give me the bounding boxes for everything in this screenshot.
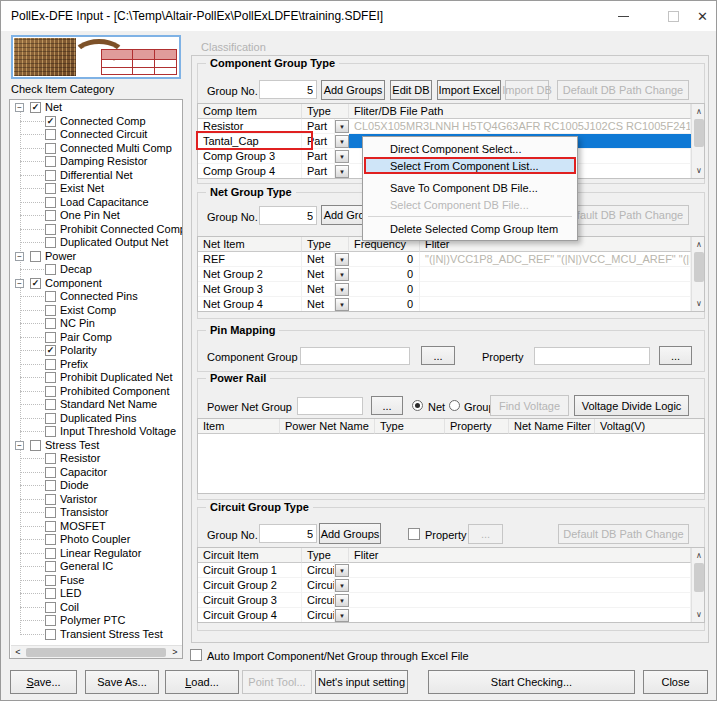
pin-property-field[interactable] <box>534 347 650 365</box>
tree-checkbox[interactable] <box>45 170 56 181</box>
tree-checkbox[interactable] <box>45 507 56 518</box>
circuit-cell-filter[interactable] <box>349 578 691 593</box>
comp-cell-item[interactable]: Comp Group 3 <box>198 149 302 164</box>
net-cell-filter[interactable] <box>420 297 691 312</box>
tree-item[interactable]: Load Capacitance <box>11 196 182 210</box>
tree-item[interactable]: Exist Net <box>11 182 182 196</box>
dropdown-arrow-icon[interactable]: ▼ <box>335 298 349 311</box>
tree-checkbox[interactable] <box>45 467 56 478</box>
tree-checkbox[interactable] <box>45 386 56 397</box>
tree-checkbox[interactable]: ✓ <box>45 116 56 127</box>
circuit-property-checkbox[interactable] <box>408 528 420 540</box>
tree-checkbox[interactable] <box>45 305 56 316</box>
tree-checkbox[interactable] <box>45 143 56 154</box>
comp-table-scrollbar[interactable]: ∧ ∨ <box>691 104 705 178</box>
net-cell-filter[interactable] <box>420 267 691 282</box>
tree-checkbox[interactable] <box>45 197 56 208</box>
tree-item-component[interactable]: −✓Component <box>11 277 182 291</box>
dropdown-arrow-icon[interactable]: ▼ <box>335 120 349 133</box>
pin-component-group-browse-button[interactable]: ... <box>421 346 455 365</box>
scrollbar-thumb[interactable] <box>694 119 704 147</box>
tree-checkbox[interactable] <box>45 359 56 370</box>
tree-item[interactable]: Resistor <box>11 452 182 466</box>
net-cell-frequency[interactable]: 0 <box>349 282 420 297</box>
maximize-button[interactable] <box>658 1 688 31</box>
nets-input-setting-button[interactable]: Net's input setting <box>315 670 408 694</box>
circuit-cell-filter[interactable] <box>349 563 691 578</box>
power-net-group-browse-button[interactable]: ... <box>371 396 403 415</box>
auto-import-checkbox[interactable] <box>190 649 202 661</box>
net-cell-type[interactable]: Net <box>302 252 335 267</box>
scroll-down-icon[interactable]: ∨ <box>692 296 705 311</box>
tree-checkbox[interactable] <box>45 480 56 491</box>
tree-item[interactable]: NC Pin <box>11 317 182 331</box>
net-table-scrollbar[interactable]: ∧ ∨ <box>691 237 705 311</box>
tree-item-stress-test[interactable]: −Stress Test <box>11 439 182 453</box>
scroll-down-icon[interactable]: ∨ <box>692 163 705 178</box>
tree-item[interactable]: Capacitor <box>11 466 182 480</box>
tree-checkbox[interactable] <box>45 602 56 613</box>
minimize-button[interactable] <box>608 1 638 31</box>
tree-checkbox[interactable] <box>45 129 56 140</box>
net-cell-frequency[interactable]: 0 <box>349 267 420 282</box>
scrollbar-thumb[interactable] <box>26 648 166 657</box>
dropdown-arrow-icon[interactable]: ▼ <box>335 268 349 281</box>
circuit-table-scrollbar[interactable]: ∧ ∨ <box>691 548 705 622</box>
tree-checkbox[interactable] <box>45 237 56 248</box>
dropdown-arrow-icon[interactable]: ▼ <box>335 165 349 178</box>
tree-item[interactable]: Coil <box>11 601 182 615</box>
collapse-icon[interactable]: − <box>15 279 24 288</box>
group-radio[interactable] <box>449 400 460 411</box>
tree-item[interactable]: Connected Circuit <box>11 128 182 142</box>
load-button[interactable]: Load... <box>165 670 239 694</box>
tree-item[interactable]: One Pin Net <box>11 209 182 223</box>
tree-checkbox[interactable] <box>45 224 56 235</box>
menu-item-direct-component-select[interactable]: Direct Component Select... <box>364 140 576 157</box>
tree-checkbox[interactable]: ✓ <box>30 102 41 113</box>
save-button[interactable]: Save... <box>10 670 77 694</box>
tree-checkbox[interactable]: ✓ <box>30 278 41 289</box>
tree-checkbox[interactable]: ✓ <box>45 345 56 356</box>
collapse-icon[interactable]: − <box>15 103 24 112</box>
scroll-right-icon[interactable]: > <box>168 646 182 658</box>
tree-item[interactable]: Photo Coupler <box>11 533 182 547</box>
tree-checkbox[interactable] <box>45 318 56 329</box>
power-net-group-field[interactable] <box>297 397 363 415</box>
power-col-net-name[interactable]: Power Net Name <box>280 419 375 434</box>
circuit-cell-filter[interactable] <box>349 593 691 608</box>
tree-checkbox[interactable] <box>45 332 56 343</box>
net-col-type[interactable]: Type <box>302 237 349 252</box>
tree-item-power[interactable]: −Power <box>11 250 182 264</box>
dropdown-arrow-icon[interactable]: ▼ <box>335 283 349 296</box>
tree-checkbox[interactable] <box>30 440 41 451</box>
tree-horizontal-scrollbar[interactable]: < > <box>11 645 182 658</box>
dropdown-arrow-icon[interactable]: ▼ <box>335 253 349 266</box>
tree-checkbox[interactable] <box>45 615 56 626</box>
tree-item[interactable]: Standard Net Name <box>11 398 182 412</box>
comp-cell-filter[interactable]: CL05X105MR3LNNH H5TQ4G63AFR RC1005J102CS… <box>349 119 691 134</box>
tree-checkbox[interactable] <box>45 399 56 410</box>
comp-group-no-field[interactable] <box>259 80 317 99</box>
circuit-cell-type[interactable]: Circuit <box>302 608 335 623</box>
close-dialog-button[interactable]: Close <box>643 670 708 694</box>
tree-checkbox[interactable] <box>45 548 56 559</box>
tree-checkbox[interactable] <box>45 291 56 302</box>
collapse-icon[interactable]: − <box>15 252 24 261</box>
dropdown-arrow-icon[interactable]: ▼ <box>335 609 349 622</box>
tree-item[interactable]: Exist Comp <box>11 304 182 318</box>
tree-checkbox[interactable] <box>45 426 56 437</box>
start-checking-button[interactable]: Start Checking... <box>428 670 635 694</box>
circuit-col-type[interactable]: Type <box>302 548 349 563</box>
comp-cell-item[interactable]: Comp Group 4 <box>198 164 302 179</box>
net-group-no-field[interactable] <box>259 206 317 225</box>
tree-item[interactable]: Pair Comp <box>11 331 182 345</box>
tree-checkbox[interactable] <box>45 561 56 572</box>
circuit-cell-item[interactable]: Circuit Group 3 <box>198 593 302 608</box>
dropdown-arrow-icon[interactable]: ▼ <box>335 594 349 607</box>
tree-item[interactable]: LED <box>11 587 182 601</box>
comp-cell-item[interactable]: Resistor <box>198 119 302 134</box>
voltage-divide-logic-button[interactable]: Voltage Divide Logic <box>574 395 689 416</box>
net-cell-frequency[interactable]: 0 <box>349 252 420 267</box>
tree-checkbox[interactable] <box>45 156 56 167</box>
power-col-net-name-filter[interactable]: Net Name Filter <box>509 419 595 434</box>
